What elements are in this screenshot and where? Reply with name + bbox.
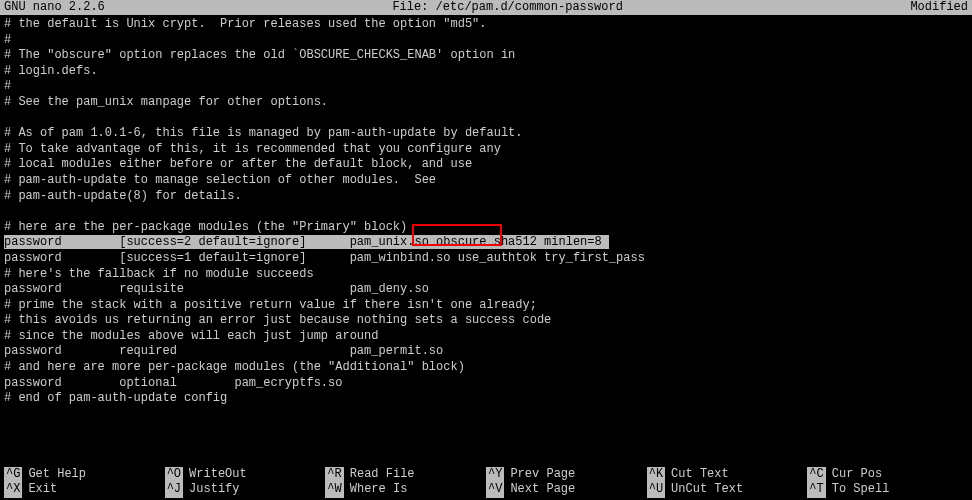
shortcut-key: ^C: [807, 467, 825, 483]
shortcut-label: UnCut Text: [671, 482, 743, 498]
editor-line: # See the pam_unix manpage for other opt…: [4, 95, 968, 111]
editor-line: # since the modules above will each just…: [4, 329, 968, 345]
shortcut-label: Cut Text: [671, 467, 729, 483]
shortcut-label: WriteOut: [189, 467, 247, 483]
shortcut-bar: ^GGet Help^OWriteOut^RRead File^YPrev Pa…: [0, 467, 972, 500]
editor-line: [4, 204, 968, 220]
modified-status: Modified: [910, 0, 968, 15]
editor-line: # pam-auth-update to manage selection of…: [4, 173, 968, 189]
shortcut-label: Get Help: [28, 467, 86, 483]
titlebar: GNU nano 2.2.6 File: /etc/pam.d/common-p…: [0, 0, 972, 15]
editor-line: # login.defs.: [4, 64, 968, 80]
shortcut-label: Prev Page: [510, 467, 575, 483]
editor-line: # end of pam-auth-update config: [4, 391, 968, 407]
shortcut-key: ^Y: [486, 467, 504, 483]
shortcut-key: ^X: [4, 482, 22, 498]
shortcut-label: Exit: [28, 482, 57, 498]
app-name: GNU nano 2.2.6: [4, 0, 105, 15]
shortcut-label: Justify: [189, 482, 239, 498]
editor-area[interactable]: # the default is Unix crypt. Prior relea…: [0, 15, 972, 409]
shortcut-item: ^TTo Spell: [807, 482, 968, 498]
file-name: File: /etc/pam.d/common-password: [105, 0, 911, 15]
editor-line: password [success=1 default=ignore] pam_…: [4, 251, 968, 267]
cursor: [602, 235, 609, 249]
shortcut-key: ^G: [4, 467, 22, 483]
editor-line: password requisite pam_deny.so: [4, 282, 968, 298]
editor-line: #: [4, 33, 968, 49]
shortcut-label: To Spell: [832, 482, 890, 498]
editor-line: # and here are more per-package modules …: [4, 360, 968, 376]
shortcut-item: ^XExit: [4, 482, 165, 498]
shortcut-label: Read File: [350, 467, 415, 483]
editor-line: # here's the fallback if no module succe…: [4, 267, 968, 283]
shortcut-item: ^VNext Page: [486, 482, 647, 498]
shortcut-item: ^UUnCut Text: [647, 482, 808, 498]
shortcut-item: ^CCur Pos: [807, 467, 968, 483]
shortcut-key: ^O: [165, 467, 183, 483]
shortcut-item: ^GGet Help: [4, 467, 165, 483]
shortcut-key: ^K: [647, 467, 665, 483]
editor-line: # here are the per-package modules (the …: [4, 220, 968, 236]
shortcut-item: ^WWhere Is: [325, 482, 486, 498]
editor-line: [4, 111, 968, 127]
editor-line: # this avoids us returning an error just…: [4, 313, 968, 329]
editor-line: #: [4, 79, 968, 95]
shortcut-key: ^R: [325, 467, 343, 483]
shortcut-label: Where Is: [350, 482, 408, 498]
shortcut-item: ^YPrev Page: [486, 467, 647, 483]
shortcut-item: ^KCut Text: [647, 467, 808, 483]
editor-line: password optional pam_ecryptfs.so: [4, 376, 968, 392]
shortcut-key: ^V: [486, 482, 504, 498]
editor-line-highlighted: password [success=2 default=ignore] pam_…: [4, 235, 968, 251]
shortcut-item: ^OWriteOut: [165, 467, 326, 483]
shortcut-label: Next Page: [510, 482, 575, 498]
shortcut-key: ^W: [325, 482, 343, 498]
editor-line: # local modules either before or after t…: [4, 157, 968, 173]
shortcut-key: ^J: [165, 482, 183, 498]
editor-line: # pam-auth-update(8) for details.: [4, 189, 968, 205]
shortcut-item: ^RRead File: [325, 467, 486, 483]
shortcut-item: ^JJustify: [165, 482, 326, 498]
editor-line: # the default is Unix crypt. Prior relea…: [4, 17, 968, 33]
shortcut-key: ^U: [647, 482, 665, 498]
editor-line: # The "obscure" option replaces the old …: [4, 48, 968, 64]
editor-line: # To take advantage of this, it is recom…: [4, 142, 968, 158]
editor-line: # prime the stack with a positive return…: [4, 298, 968, 314]
shortcut-key: ^T: [807, 482, 825, 498]
editor-line: password required pam_permit.so: [4, 344, 968, 360]
editor-line: # As of pam 1.0.1-6, this file is manage…: [4, 126, 968, 142]
shortcut-label: Cur Pos: [832, 467, 882, 483]
